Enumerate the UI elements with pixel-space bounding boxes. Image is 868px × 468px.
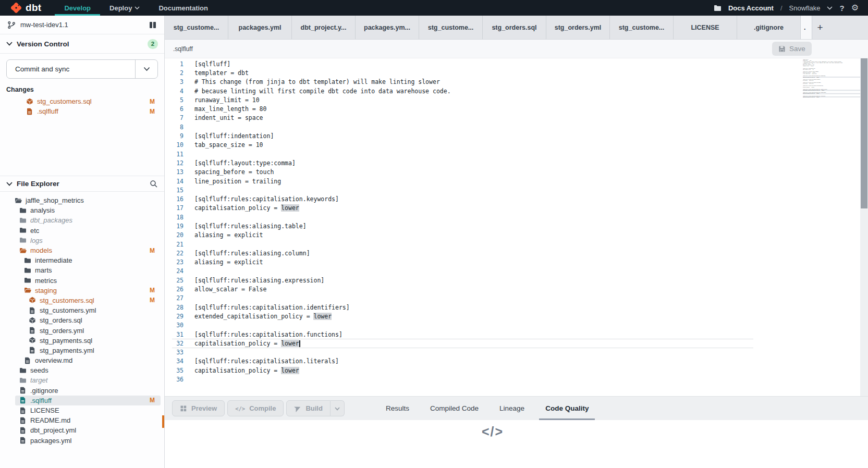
editor-tab-stg_custome[interactable]: stg_custome... [165,16,228,39]
panel-tab-results[interactable]: Results [386,397,409,420]
code-line-10[interactable]: 10tab_space_size = 10 [165,141,860,150]
tree-item-analysis[interactable]: analysis [0,205,164,215]
dbt-logo[interactable]: dbt [10,0,41,16]
connection-name[interactable]: Snowflake [789,4,821,12]
code-line-9[interactable]: 9[sqlfluff:indentation] [165,131,860,140]
tree-item-overview.md[interactable]: overview.md [0,355,164,365]
code-line-25[interactable]: 25[sqlfluff:rules:aliasing.expression] [165,276,860,285]
changed-file-stg_customers.sql[interactable]: stg_customers.sqlM [0,96,164,106]
editor-tab-active-partial[interactable]: . [801,16,812,39]
code-line-22[interactable]: 22[sqlfluff:rules:aliasing.column] [165,249,860,257]
scrollbar-thumb[interactable] [861,58,867,208]
code-line-29[interactable]: 29extended_capitalisation_policy = lower [165,312,860,321]
minimap[interactable]: [sqlfluff]templater = dbt# This change (… [803,59,860,100]
editor-tab-dbt_projecty[interactable]: dbt_project.y... [292,16,356,39]
help-icon[interactable]: ? [839,4,844,13]
code-line-1[interactable]: 1[sqlfluff] [165,59,860,68]
code-line-4[interactable]: 4# because linting will first compile db… [165,87,860,95]
save-button[interactable]: Save [772,42,812,56]
code-line-3[interactable]: 3# This change (from jinja to dbt templa… [165,78,860,87]
code-line-6[interactable]: 6max_line_length = 80 [165,104,860,113]
tree-item-stg_payments.sql[interactable]: stg_payments.sql [0,336,164,346]
code-line-32[interactable]: 32capitalisation_policy = lower [165,339,860,348]
code-line-14[interactable]: 14line_position = trailing [165,177,860,186]
branch-selector[interactable]: mw-test-idev1.1 [0,16,164,34]
tree-item-models[interactable]: modelsM [0,245,164,255]
code-line-24[interactable]: 24 [165,267,860,276]
nav-tab-deploy[interactable]: Deploy [100,0,149,16]
tree-item-seeds[interactable]: seeds [0,365,164,375]
code-line-26[interactable]: 26allow_scalar = False [165,285,860,293]
editor-tab-stg_custome[interactable]: stg_custome... [610,16,674,39]
tree-item-LICENSE[interactable]: LICENSE [0,405,164,415]
compile-button[interactable]: </>Compile [227,400,284,416]
tree-item-etc[interactable]: etc [0,226,164,236]
panel-tab-lineage[interactable]: Lineage [499,397,524,420]
tree-item-stg_payments.yml[interactable]: stg_payments.yml [0,346,164,355]
chevron-down-icon[interactable] [827,6,833,10]
panel-tab-code-quality[interactable]: Code Quality [545,397,589,420]
editor-tab-packagesym[interactable]: packages.ym... [356,16,419,39]
code-line-11[interactable]: 11 [165,150,860,158]
code-line-31[interactable]: 31[sqlfluff:rules:capitalisation.functio… [165,330,860,339]
tree-item-.sqlfluff[interactable]: .sqlfluffM [0,396,164,405]
search-icon[interactable] [150,180,158,188]
code-line-34[interactable]: 34[sqlfluff:rules:capitalisation.literal… [165,357,860,366]
code-line-30[interactable]: 30 [165,321,860,330]
editor-tab-stg_orderssql[interactable]: stg_orders.sql [483,16,546,39]
code-line-23[interactable]: 23aliasing = explicit [165,258,860,267]
code-editor[interactable]: 1[sqlfluff]2templater = dbt3# This chang… [165,58,860,396]
code-line-13[interactable]: 13spacing_before = touch [165,168,860,177]
code-line-12[interactable]: 12[sqlfluff:layout:type:comma] [165,158,860,167]
tree-item-logs[interactable]: logs [0,236,164,245]
nav-tab-documentation[interactable]: Documentation [149,0,217,16]
new-tab-button[interactable]: + [812,16,828,39]
tree-item-packages.yml[interactable]: packages.yml [0,436,164,446]
commit-options-chevron[interactable] [135,60,157,78]
tree-item-dbt_packages[interactable]: dbt_packages [0,215,164,225]
tree-item-stg_orders.yml[interactable]: stg_orders.yml [0,325,164,335]
tree-item-intermediate[interactable]: intermediate [0,255,164,265]
panel-layout-icon[interactable] [149,21,157,29]
code-line-7[interactable]: 7indent_unit = space [165,114,860,122]
code-line-8[interactable]: 8 [165,122,860,131]
changed-file-.sqlfluff[interactable]: .sqlfluffM [0,106,164,116]
build-button[interactable]: Build [286,400,331,416]
tree-item-stg_orders.sql[interactable]: stg_orders.sql [0,315,164,325]
tree-item-stg_customers.sql[interactable]: stg_customers.sqlM [0,295,164,305]
tree-item-marts[interactable]: marts [0,265,164,275]
panel-tab-compiled-code[interactable]: Compiled Code [430,397,479,420]
code-line-16[interactable]: 16[sqlfluff:rules:capitalisation.keyword… [165,194,860,203]
tree-item-.gitignore[interactable]: .gitignore [0,386,164,396]
preview-button[interactable]: Preview [172,400,225,416]
code-line-27[interactable]: 27 [165,294,860,303]
code-line-33[interactable]: 33 [165,348,860,357]
tree-item-metrics[interactable]: metrics [0,276,164,286]
code-line-18[interactable]: 18 [165,213,860,221]
editor-tab-stg_ordersyml[interactable]: stg_orders.yml [546,16,610,39]
build-options-chevron[interactable] [331,400,345,416]
code-line-19[interactable]: 19[sqlfluff:rules:aliasing.table] [165,221,860,230]
gear-icon[interactable]: ⚙ [851,4,859,12]
code-line-20[interactable]: 20aliasing = explicit [165,231,860,240]
code-line-2[interactable]: 2templater = dbt [165,68,860,77]
code-line-28[interactable]: 28[sqlfluff:rules:capitalisation.identif… [165,303,860,312]
tree-item-target[interactable]: target [0,375,164,385]
tree-item-stg_customers.yml[interactable]: stg_customers.yml [0,305,164,315]
tree-item-README.md[interactable]: README.md [0,415,164,425]
code-line-21[interactable]: 21 [165,240,860,249]
account-name[interactable]: Docs Account [728,4,774,12]
tree-item-jaffle_shop_metrics[interactable]: jaffle_shop_metrics [0,195,164,205]
version-control-header[interactable]: Version Control 2 [0,34,164,54]
editor-tab-gitignore[interactable]: .gitignore [737,16,801,39]
code-line-17[interactable]: 17capitalisation_policy = lower [165,204,860,213]
tree-item-dbt_project.yml[interactable]: dbt_project.yml [0,425,164,435]
code-line-5[interactable]: 5runaway_limit = 10 [165,95,860,104]
code-line-15[interactable]: 15 [165,186,860,194]
nav-tab-develop[interactable]: Develop [55,0,100,16]
editor-tab-packagesyml[interactable]: packages.yml [228,16,292,39]
editor-tab-stg_custome[interactable]: stg_custome... [419,16,483,39]
editor-tab-LICENSE[interactable]: LICENSE [674,16,737,39]
code-line-35[interactable]: 35capitalisation_policy = lower [165,366,860,375]
commit-and-sync-button[interactable]: Commit and sync [6,59,158,79]
